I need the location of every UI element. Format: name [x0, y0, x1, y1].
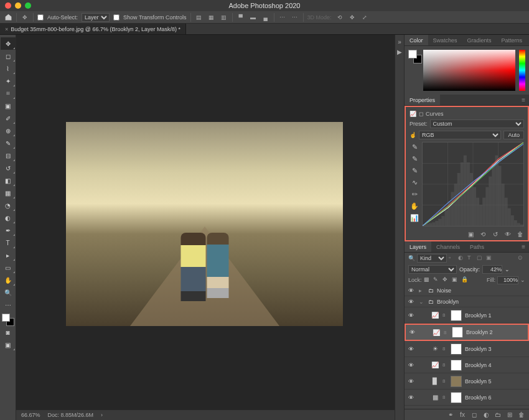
opacity-input[interactable] [482, 265, 502, 274]
lock-transparency-icon[interactable]: ▩ [424, 276, 431, 284]
expand-panels-icon[interactable]: » [396, 39, 403, 45]
toggle-visibility-icon[interactable]: 👁 [504, 230, 512, 238]
curves-graph[interactable] [422, 142, 524, 226]
shape-tool[interactable]: ▭ [1, 261, 16, 274]
eyedropper-tool[interactable]: ✐ [1, 112, 16, 124]
tab-swatches[interactable]: Swatches [428, 35, 462, 45]
layer-style-icon[interactable]: fx [459, 411, 466, 419]
visibility-icon[interactable]: 👁 [408, 394, 416, 401]
disclosure-icon[interactable]: ⌄ [419, 299, 425, 305]
group-name[interactable]: Brooklyn [437, 299, 459, 305]
close-tab-icon[interactable]: × [5, 26, 8, 32]
filter-smart-icon[interactable]: ▣ [486, 254, 494, 262]
history-brush-tool[interactable]: ↺ [1, 162, 16, 174]
layer-row[interactable]: 👁☀8Brooklyn 3 [405, 341, 529, 357]
brush-tool[interactable]: ✎ [1, 137, 16, 149]
path-select-tool[interactable]: ▸ [1, 249, 16, 261]
align-top-icon[interactable]: ▀ [236, 13, 245, 22]
mask-thumbnail[interactable] [451, 392, 462, 403]
clone-tool[interactable]: ⊟ [1, 149, 16, 162]
zoom-tool[interactable]: 🔍 [1, 286, 16, 299]
quick-select-tool[interactable]: ✦ [1, 75, 16, 87]
distribute-h-icon[interactable]: ⋯ [278, 13, 287, 22]
layer-group[interactable]: 👁 ⌄ 🗀 Brooklyn [405, 296, 529, 307]
align-bottom-icon[interactable]: ▄ [261, 13, 270, 22]
align-vcenter-icon[interactable]: ▬ [249, 13, 258, 22]
mask-thumbnail[interactable] [451, 343, 462, 355]
blend-mode-dropdown[interactable]: Normal [408, 265, 457, 274]
mask-thumbnail[interactable] [452, 327, 463, 338]
tab-paths[interactable]: Paths [465, 241, 489, 252]
preset-dropdown[interactable]: Custom [430, 119, 524, 128]
visibility-icon[interactable]: 👁 [408, 299, 416, 305]
layer-name[interactable]: Brooklyn 5 [465, 378, 492, 385]
tab-properties[interactable]: Properties [405, 95, 440, 105]
document-canvas[interactable] [66, 122, 343, 326]
tab-gradients[interactable]: Gradients [462, 35, 497, 45]
visibility-icon[interactable]: 👁 [408, 312, 416, 319]
mask-thumbnail[interactable] [451, 310, 462, 321]
frame-tool[interactable]: ▣ [1, 100, 16, 112]
layer-row[interactable]: 👁▉8Brooklyn 5 [405, 373, 529, 390]
dodge-tool[interactable]: ◐ [1, 212, 16, 224]
zoom-readout[interactable]: 66.67% [21, 412, 40, 418]
close-window[interactable] [5, 2, 11, 9]
mask-thumbnail[interactable] [451, 360, 462, 371]
new-layer-icon[interactable]: ⊞ [506, 411, 513, 419]
clip-to-layer-icon[interactable]: ▣ [467, 230, 474, 238]
lock-artboard-icon[interactable]: ▣ [452, 276, 459, 284]
sample-black-icon[interactable]: ✎ [410, 142, 419, 152]
color-spectrum[interactable] [423, 50, 515, 91]
align-left-icon[interactable]: ▤ [195, 13, 204, 22]
layer-group[interactable]: 👁 ▸ 🗀 Noise [405, 285, 529, 296]
visibility-icon[interactable]: 👁 [408, 287, 416, 294]
healing-tool[interactable]: ⊕ [1, 124, 16, 137]
reset-icon[interactable]: ↺ [492, 230, 499, 238]
doc-size-readout[interactable]: Doc: 8.85M/26.6M [48, 412, 94, 418]
autoselect-checkbox[interactable] [37, 14, 44, 21]
hue-slider[interactable] [519, 50, 525, 91]
more-icon[interactable]: ⋯ [291, 13, 299, 22]
type-tool[interactable]: T [1, 236, 16, 249]
lock-position-icon[interactable]: ✥ [442, 276, 450, 284]
panel-menu-icon[interactable]: ≡ [518, 243, 529, 250]
visibility-icon[interactable]: 👁 [408, 362, 416, 368]
screen-mode-icon[interactable]: ▣ [1, 338, 16, 351]
align-center-icon[interactable]: ▦ [207, 13, 216, 22]
fill-chevron-icon[interactable]: ⌄ [520, 277, 525, 283]
layer-row[interactable]: 👁📈8Brooklyn 4 [405, 357, 529, 373]
tab-layers[interactable]: Layers [405, 241, 431, 252]
new-adjustment-icon[interactable]: ◐ [482, 411, 490, 419]
layer-name[interactable]: Brooklyn 1 [465, 312, 492, 319]
link-layers-icon[interactable]: ⚭ [447, 411, 454, 419]
document-tab[interactable]: × Budget 35mm-800-before.jpg @ 66.7% (Br… [0, 24, 186, 34]
blur-tool[interactable]: ◔ [1, 199, 16, 212]
opacity-chevron-icon[interactable]: ⌄ [505, 266, 510, 273]
filter-pixel-icon[interactable]: ▫ [449, 254, 456, 262]
sample-white-icon[interactable]: ✎ [410, 166, 419, 175]
filter-kind-dropdown[interactable]: Kind [417, 254, 447, 263]
add-mask-icon[interactable]: ◻ [470, 411, 478, 419]
lasso-tool[interactable]: ⌇ [1, 62, 16, 75]
tab-patterns[interactable]: Patterns [497, 35, 528, 45]
layer-row[interactable]: 👁📈8Brooklyn 2 [405, 324, 529, 341]
auto-button[interactable]: Auto [503, 131, 524, 139]
align-right-icon[interactable]: ▥ [220, 13, 228, 22]
tab-color[interactable]: Color [405, 35, 428, 45]
draw-curve-icon[interactable]: ✏ [410, 189, 419, 199]
home-icon[interactable] [4, 13, 12, 22]
lock-pixels-icon[interactable]: ✎ [433, 276, 441, 284]
panel-menu-icon[interactable]: ≡ [518, 96, 529, 103]
sample-gray-icon[interactable]: ✎ [410, 154, 419, 164]
delete-layer-icon[interactable]: 🗑 [518, 411, 525, 419]
histogram-toggle-icon[interactable]: 📊 [410, 213, 419, 223]
edit-points-icon[interactable]: ∿ [410, 177, 419, 187]
maximize-window[interactable] [25, 2, 31, 9]
group-name[interactable]: Noise [437, 287, 451, 294]
hand-sampler-icon[interactable]: ✋ [410, 201, 419, 211]
layer-name[interactable]: Brooklyn 6 [465, 394, 492, 401]
filter-toggle-icon[interactable]: ⊙ [518, 254, 525, 262]
visibility-icon[interactable]: 👁 [408, 346, 416, 352]
crop-tool[interactable]: ⌗ [1, 87, 16, 100]
minimize-window[interactable] [15, 2, 21, 9]
